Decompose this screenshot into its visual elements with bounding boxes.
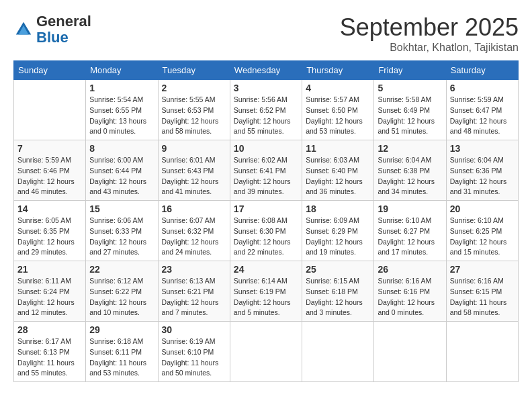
day-info: Sunrise: 5:58 AMSunset: 6:49 PMDaylight:…	[378, 95, 442, 137]
day-number: 18	[306, 203, 370, 214]
column-header-wednesday: Wednesday	[230, 61, 302, 80]
calendar-cell: 29Sunrise: 6:18 AMSunset: 6:11 PMDayligh…	[86, 322, 158, 382]
calendar-week-row: 7Sunrise: 5:59 AMSunset: 6:46 PMDaylight…	[14, 140, 519, 201]
calendar-cell: 4Sunrise: 5:57 AMSunset: 6:50 PMDaylight…	[302, 80, 374, 140]
day-info: Sunrise: 6:04 AMSunset: 6:38 PMDaylight:…	[378, 155, 442, 197]
day-info: Sunrise: 5:54 AMSunset: 6:55 PMDaylight:…	[89, 95, 154, 137]
calendar-cell: 13Sunrise: 6:04 AMSunset: 6:36 PMDayligh…	[446, 140, 518, 201]
day-info: Sunrise: 6:18 AMSunset: 6:11 PMDaylight:…	[89, 336, 154, 379]
day-number: 22	[89, 264, 154, 275]
calendar-cell: 17Sunrise: 6:08 AMSunset: 6:30 PMDayligh…	[230, 201, 302, 261]
logo-text: General Blue	[36, 13, 91, 46]
day-number: 9	[162, 143, 226, 154]
day-info: Sunrise: 6:03 AMSunset: 6:40 PMDaylight:…	[306, 155, 370, 197]
page-header: General Blue September 2025 Bokhtar, Kha…	[13, 13, 519, 54]
day-info: Sunrise: 6:10 AMSunset: 6:25 PMDaylight:…	[450, 216, 515, 258]
day-number: 30	[162, 324, 226, 335]
day-info: Sunrise: 5:56 AMSunset: 6:52 PMDaylight:…	[234, 95, 298, 137]
logo-general: General	[36, 13, 91, 30]
day-info: Sunrise: 6:04 AMSunset: 6:36 PMDaylight:…	[450, 155, 515, 197]
day-info: Sunrise: 6:07 AMSunset: 6:32 PMDaylight:…	[162, 216, 226, 258]
calendar-cell: 7Sunrise: 5:59 AMSunset: 6:46 PMDaylight…	[14, 140, 86, 201]
day-number: 4	[306, 83, 370, 93]
day-number: 19	[378, 203, 442, 214]
day-number: 5	[378, 83, 442, 93]
column-header-saturday: Saturday	[446, 61, 518, 80]
day-number: 6	[450, 83, 515, 93]
calendar-cell: 22Sunrise: 6:12 AMSunset: 6:22 PMDayligh…	[86, 261, 158, 322]
day-info: Sunrise: 6:09 AMSunset: 6:29 PMDaylight:…	[306, 216, 370, 258]
calendar-cell: 10Sunrise: 6:02 AMSunset: 6:41 PMDayligh…	[230, 140, 302, 201]
calendar-week-row: 14Sunrise: 6:05 AMSunset: 6:35 PMDayligh…	[14, 201, 519, 261]
day-number: 21	[17, 264, 82, 275]
day-info: Sunrise: 6:10 AMSunset: 6:27 PMDaylight:…	[378, 216, 442, 258]
calendar-cell: 14Sunrise: 6:05 AMSunset: 6:35 PMDayligh…	[14, 201, 86, 261]
day-number: 8	[89, 143, 154, 154]
day-info: Sunrise: 5:55 AMSunset: 6:53 PMDaylight:…	[162, 95, 226, 137]
day-number: 3	[234, 83, 298, 93]
day-number: 13	[450, 143, 515, 154]
calendar-cell: 23Sunrise: 6:13 AMSunset: 6:21 PMDayligh…	[158, 261, 230, 322]
calendar-cell	[302, 322, 374, 382]
calendar-cell: 28Sunrise: 6:17 AMSunset: 6:13 PMDayligh…	[14, 322, 86, 382]
day-info: Sunrise: 6:05 AMSunset: 6:35 PMDaylight:…	[17, 216, 82, 258]
day-info: Sunrise: 6:14 AMSunset: 6:19 PMDaylight:…	[234, 276, 298, 318]
title-block: September 2025 Bokhtar, Khatlon, Tajikis…	[340, 13, 519, 54]
day-number: 29	[89, 324, 154, 335]
day-number: 27	[450, 264, 515, 275]
calendar-week-row: 21Sunrise: 6:11 AMSunset: 6:24 PMDayligh…	[14, 261, 519, 322]
calendar-cell: 8Sunrise: 6:00 AMSunset: 6:44 PMDaylight…	[86, 140, 158, 201]
day-info: Sunrise: 6:15 AMSunset: 6:18 PMDaylight:…	[306, 276, 370, 318]
calendar-cell	[230, 322, 302, 382]
calendar-cell: 19Sunrise: 6:10 AMSunset: 6:27 PMDayligh…	[374, 201, 446, 261]
calendar-cell: 21Sunrise: 6:11 AMSunset: 6:24 PMDayligh…	[14, 261, 86, 322]
day-number: 1	[89, 83, 154, 93]
day-number: 25	[306, 264, 370, 275]
calendar-cell: 11Sunrise: 6:03 AMSunset: 6:40 PMDayligh…	[302, 140, 374, 201]
column-header-tuesday: Tuesday	[158, 61, 230, 80]
day-number: 26	[378, 264, 442, 275]
day-info: Sunrise: 6:13 AMSunset: 6:21 PMDaylight:…	[162, 276, 226, 318]
column-header-sunday: Sunday	[14, 61, 86, 80]
day-info: Sunrise: 5:57 AMSunset: 6:50 PMDaylight:…	[306, 95, 370, 137]
day-info: Sunrise: 5:59 AMSunset: 6:47 PMDaylight:…	[450, 95, 515, 137]
calendar-cell: 27Sunrise: 6:16 AMSunset: 6:15 PMDayligh…	[446, 261, 518, 322]
calendar-cell: 26Sunrise: 6:16 AMSunset: 6:16 PMDayligh…	[374, 261, 446, 322]
calendar-cell: 1Sunrise: 5:54 AMSunset: 6:55 PMDaylight…	[86, 80, 158, 140]
month-title: September 2025	[340, 13, 519, 42]
calendar-week-row: 1Sunrise: 5:54 AMSunset: 6:55 PMDaylight…	[14, 80, 519, 140]
day-number: 17	[234, 203, 298, 214]
day-number: 16	[162, 203, 226, 214]
calendar-cell: 20Sunrise: 6:10 AMSunset: 6:25 PMDayligh…	[446, 201, 518, 261]
day-info: Sunrise: 6:11 AMSunset: 6:24 PMDaylight:…	[17, 276, 82, 318]
calendar-cell: 15Sunrise: 6:06 AMSunset: 6:33 PMDayligh…	[86, 201, 158, 261]
logo-icon	[13, 19, 34, 40]
calendar-cell: 30Sunrise: 6:19 AMSunset: 6:10 PMDayligh…	[158, 322, 230, 382]
logo: General Blue	[13, 13, 91, 46]
calendar-cell: 18Sunrise: 6:09 AMSunset: 6:29 PMDayligh…	[302, 201, 374, 261]
day-number: 23	[162, 264, 226, 275]
calendar-cell: 2Sunrise: 5:55 AMSunset: 6:53 PMDaylight…	[158, 80, 230, 140]
column-header-monday: Monday	[86, 61, 158, 80]
day-info: Sunrise: 6:12 AMSunset: 6:22 PMDaylight:…	[89, 276, 154, 318]
day-number: 7	[17, 143, 82, 154]
day-info: Sunrise: 5:59 AMSunset: 6:46 PMDaylight:…	[17, 155, 82, 197]
day-number: 2	[162, 83, 226, 93]
calendar-header-row: SundayMondayTuesdayWednesdayThursdayFrid…	[14, 61, 519, 80]
column-header-thursday: Thursday	[302, 61, 374, 80]
day-info: Sunrise: 6:06 AMSunset: 6:33 PMDaylight:…	[89, 216, 154, 258]
calendar-week-row: 28Sunrise: 6:17 AMSunset: 6:13 PMDayligh…	[14, 322, 519, 382]
calendar-cell	[374, 322, 446, 382]
calendar-cell: 16Sunrise: 6:07 AMSunset: 6:32 PMDayligh…	[158, 201, 230, 261]
day-number: 12	[378, 143, 442, 154]
day-info: Sunrise: 6:08 AMSunset: 6:30 PMDaylight:…	[234, 216, 298, 258]
calendar-cell: 9Sunrise: 6:01 AMSunset: 6:43 PMDaylight…	[158, 140, 230, 201]
calendar-cell: 25Sunrise: 6:15 AMSunset: 6:18 PMDayligh…	[302, 261, 374, 322]
day-info: Sunrise: 6:17 AMSunset: 6:13 PMDaylight:…	[17, 336, 82, 379]
day-number: 20	[450, 203, 515, 214]
calendar-cell	[446, 322, 518, 382]
location-title: Bokhtar, Khatlon, Tajikistan	[340, 42, 519, 54]
day-number: 14	[17, 203, 82, 214]
day-number: 11	[306, 143, 370, 154]
day-number: 24	[234, 264, 298, 275]
